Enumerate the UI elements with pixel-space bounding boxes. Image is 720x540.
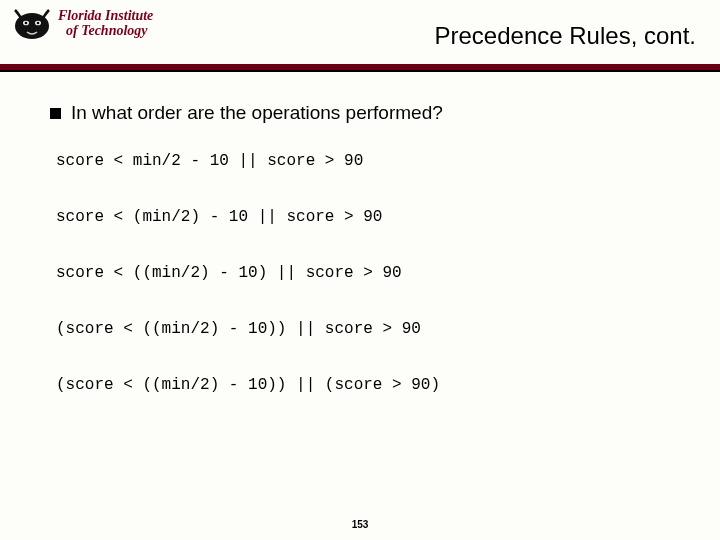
svg-point-4 xyxy=(37,22,40,25)
logo-line1: Florida Institute xyxy=(58,9,153,24)
accent-bar xyxy=(0,64,720,70)
bullet-item: In what order are the operations perform… xyxy=(50,102,670,124)
logo: Florida Institute of Technology xyxy=(12,4,153,44)
code-line: score < ((min/2) - 10) || score > 90 xyxy=(56,264,670,282)
page-title: Precedence Rules, cont. xyxy=(435,22,696,50)
logo-text: Florida Institute of Technology xyxy=(58,9,153,38)
code-line: score < min/2 - 10 || score > 90 xyxy=(56,152,670,170)
code-line: (score < ((min/2) - 10)) || (score > 90) xyxy=(56,376,670,394)
panther-icon xyxy=(12,4,54,44)
header: Florida Institute of Technology Preceden… xyxy=(0,0,720,64)
page-number: 153 xyxy=(0,519,720,530)
code-line: score < (min/2) - 10 || score > 90 xyxy=(56,208,670,226)
bullet-text: In what order are the operations perform… xyxy=(71,102,443,124)
code-line: (score < ((min/2) - 10)) || score > 90 xyxy=(56,320,670,338)
svg-point-3 xyxy=(25,22,28,25)
logo-line2: of Technology xyxy=(58,24,153,39)
content: In what order are the operations perform… xyxy=(0,72,720,394)
square-bullet-icon xyxy=(50,108,61,119)
